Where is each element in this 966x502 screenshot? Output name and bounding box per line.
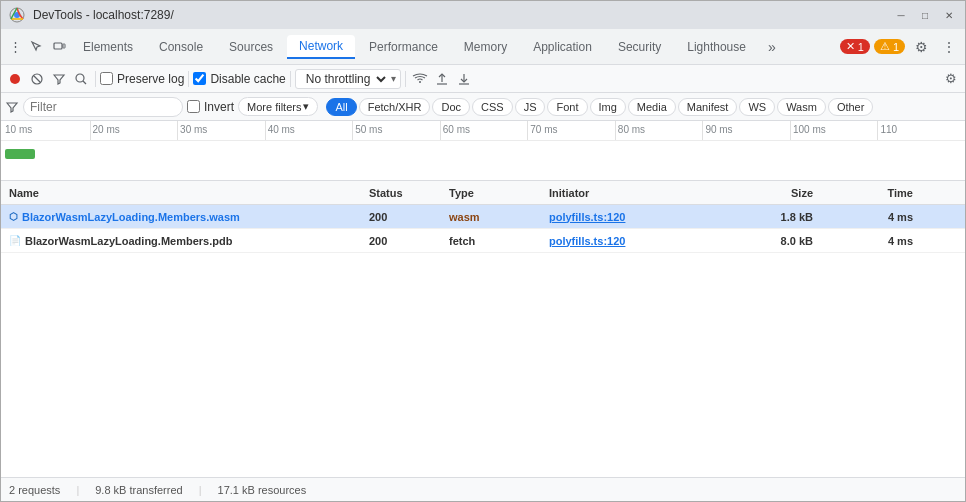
clear-button[interactable] bbox=[27, 69, 47, 89]
warn-badge[interactable]: ⚠ 1 bbox=[874, 39, 905, 54]
filter-type-group: All Fetch/XHR Doc CSS JS Font Img Media … bbox=[326, 98, 873, 116]
more-options-icon[interactable]: ⋮ bbox=[937, 35, 961, 59]
request-count: 2 requests bbox=[9, 484, 60, 496]
svg-rect-2 bbox=[54, 43, 62, 49]
filter-toggle-button[interactable] bbox=[49, 69, 69, 89]
tick-10: 100 ms bbox=[791, 121, 879, 140]
tab-lighthouse[interactable]: Lighthouse bbox=[675, 36, 758, 58]
network-toolbar: Preserve log Disable cache No throttling… bbox=[1, 65, 965, 93]
upload-icon[interactable] bbox=[432, 69, 452, 89]
col-header-status: Status bbox=[361, 187, 441, 199]
cell-time-1: 4 ms bbox=[821, 211, 921, 223]
cell-size-1: 1.8 kB bbox=[721, 211, 821, 223]
tab-security[interactable]: Security bbox=[606, 36, 673, 58]
more-filters-text: More filters bbox=[247, 101, 301, 113]
filter-media-button[interactable]: Media bbox=[628, 98, 676, 116]
cell-size-2: 8.0 kB bbox=[721, 235, 821, 247]
filter-fetch-xhr-button[interactable]: Fetch/XHR bbox=[359, 98, 431, 116]
filter-all-button[interactable]: All bbox=[326, 98, 356, 116]
filter-other-button[interactable]: Other bbox=[828, 98, 874, 116]
filter-font-button[interactable]: Font bbox=[547, 98, 587, 116]
tab-network[interactable]: Network bbox=[287, 35, 355, 59]
filter-css-button[interactable]: CSS bbox=[472, 98, 513, 116]
chrome-icon bbox=[9, 7, 25, 23]
timeline-body bbox=[1, 141, 965, 181]
cell-status-2: 200 bbox=[361, 235, 441, 247]
svg-line-6 bbox=[34, 76, 40, 82]
tick-8: 80 ms bbox=[616, 121, 704, 140]
filter-ws-button[interactable]: WS bbox=[739, 98, 775, 116]
inspect-icon[interactable] bbox=[27, 37, 47, 57]
tick-5: 50 ms bbox=[353, 121, 441, 140]
svg-point-4 bbox=[10, 74, 20, 84]
record-stop-button[interactable] bbox=[5, 69, 25, 89]
filter-img-button[interactable]: Img bbox=[590, 98, 626, 116]
file-icon-1: ⬡ bbox=[9, 211, 18, 222]
initiator-link-1[interactable]: polyfills.ts:120 bbox=[549, 211, 625, 223]
more-filters-button[interactable]: More filters ▾ bbox=[238, 97, 318, 116]
maximize-button[interactable]: □ bbox=[917, 7, 933, 23]
clear-icon bbox=[30, 72, 44, 86]
warn-count: 1 bbox=[893, 41, 899, 53]
filter-js-button[interactable]: JS bbox=[515, 98, 546, 116]
disable-cache-label[interactable]: Disable cache bbox=[193, 72, 285, 86]
throttle-select[interactable]: No throttling bbox=[300, 71, 389, 87]
tabs-overflow-button[interactable]: » bbox=[760, 35, 784, 59]
tick-2: 20 ms bbox=[91, 121, 179, 140]
cell-name-2: 📄 BlazorWasmLazyLoading.Members.pdb bbox=[1, 235, 361, 247]
device-svg bbox=[52, 40, 66, 54]
filter-bar-icon bbox=[5, 100, 19, 114]
tick-1: 10 ms bbox=[1, 121, 91, 140]
table-row[interactable]: ⬡ BlazorWasmLazyLoading.Members.wasm 200… bbox=[1, 205, 965, 229]
svg-line-8 bbox=[83, 81, 86, 84]
minimize-button[interactable]: ─ bbox=[893, 7, 909, 23]
cell-type-2: fetch bbox=[441, 235, 541, 247]
preserve-log-checkbox[interactable] bbox=[100, 72, 113, 85]
tab-memory[interactable]: Memory bbox=[452, 36, 519, 58]
tick-11: 110 bbox=[878, 121, 965, 140]
invert-label[interactable]: Invert bbox=[187, 100, 234, 114]
tab-application[interactable]: Application bbox=[521, 36, 604, 58]
tab-console[interactable]: Console bbox=[147, 36, 215, 58]
tab-bar-right: ✕ 1 ⚠ 1 ⚙ ⋮ bbox=[840, 35, 961, 59]
invert-text: Invert bbox=[204, 100, 234, 114]
search-button[interactable] bbox=[71, 69, 91, 89]
disable-cache-text: Disable cache bbox=[210, 72, 285, 86]
status-bar: 2 requests | 9.8 kB transferred | 17.1 k… bbox=[1, 477, 965, 501]
title-bar: DevTools - localhost:7289/ ─ □ ✕ bbox=[1, 1, 965, 29]
toolbar-separator-2 bbox=[188, 71, 189, 87]
close-button[interactable]: ✕ bbox=[941, 7, 957, 23]
table-header: Name Status Type Initiator Size Time bbox=[1, 181, 965, 205]
download-icon[interactable] bbox=[454, 69, 474, 89]
tab-elements[interactable]: Elements bbox=[71, 36, 145, 58]
more-filters-chevron-icon: ▾ bbox=[303, 100, 309, 113]
filter-input[interactable] bbox=[30, 100, 150, 114]
tab-sources[interactable]: Sources bbox=[217, 36, 285, 58]
devtools-menu-icon[interactable]: ⋮ bbox=[5, 37, 25, 57]
preserve-log-text: Preserve log bbox=[117, 72, 184, 86]
cell-time-2: 4 ms bbox=[821, 235, 921, 247]
initiator-link-2[interactable]: polyfills.ts:120 bbox=[549, 235, 625, 247]
error-badge[interactable]: ✕ 1 bbox=[840, 39, 870, 54]
filter-doc-button[interactable]: Doc bbox=[432, 98, 470, 116]
timeline-bar-1 bbox=[5, 149, 35, 159]
cell-initiator-2: polyfills.ts:120 bbox=[541, 235, 721, 247]
wifi-svg bbox=[412, 72, 428, 86]
disable-cache-checkbox[interactable] bbox=[193, 72, 206, 85]
preserve-log-label[interactable]: Preserve log bbox=[100, 72, 184, 86]
network-settings-icon[interactable]: ⚙ bbox=[941, 69, 961, 89]
filter-wasm-button[interactable]: Wasm bbox=[777, 98, 826, 116]
tab-performance[interactable]: Performance bbox=[357, 36, 450, 58]
error-icon: ✕ bbox=[846, 40, 855, 53]
status-sep-1: | bbox=[76, 484, 79, 496]
resources-size: 17.1 kB resources bbox=[218, 484, 307, 496]
filter-manifest-button[interactable]: Manifest bbox=[678, 98, 738, 116]
invert-checkbox[interactable] bbox=[187, 100, 200, 113]
settings-icon[interactable]: ⚙ bbox=[909, 35, 933, 59]
table-row[interactable]: 📄 BlazorWasmLazyLoading.Members.pdb 200 … bbox=[1, 229, 965, 253]
upload-svg bbox=[435, 72, 449, 86]
device-toggle-icon[interactable] bbox=[49, 37, 69, 57]
col-header-name: Name bbox=[1, 187, 361, 199]
wifi-icon[interactable] bbox=[410, 69, 430, 89]
window-title: DevTools - localhost:7289/ bbox=[33, 8, 885, 22]
